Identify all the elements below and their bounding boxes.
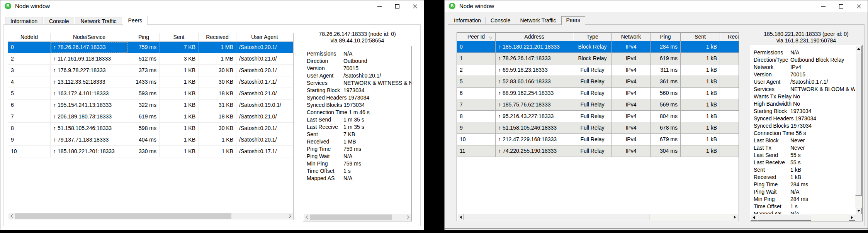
tab[interactable]: Network Traffic: [515, 17, 561, 24]
table-horizontal-scrollbar[interactable]: [457, 214, 738, 220]
peer-detail-via: via 161.8.231.190:60784: [750, 37, 863, 44]
detail-field-value: 284 ms: [790, 181, 808, 187]
detail-field-row: Min Ping759 ms: [307, 160, 411, 167]
maximize-button[interactable]: [832, 0, 850, 12]
minimize-button[interactable]: [814, 0, 832, 12]
peer-row[interactable]: 8 ↑ 95.216.43.227:18333 Full Relay IPv4 …: [457, 111, 739, 122]
tab[interactable]: Peers: [123, 16, 148, 25]
scroll-up-button[interactable]: [855, 46, 862, 52]
peer-row[interactable]: 3 ↑ 176.9.78.227:18333 373 ms 1 KB 30 KB…: [8, 65, 293, 76]
close-button[interactable]: [406, 0, 424, 12]
tab[interactable]: Peers: [561, 16, 586, 25]
detail-horizontal-scrollbar[interactable]: [751, 214, 855, 221]
cell-sent: 1 kB: [681, 41, 720, 53]
col-header-nodeid[interactable]: NodeId: [8, 33, 51, 42]
peer-row[interactable]: 1 ↑ 78.26.26.147:18333 Block Relay IPv4 …: [457, 53, 739, 64]
peer-row[interactable]: 10 ↑ 212.47.229.168:18333 Full Relay IPv…: [457, 134, 739, 145]
peer-row[interactable]: 0 ↑ 185.180.221.201:18333 Block Relay IP…: [457, 41, 739, 53]
col-header-node-service[interactable]: Node/Service: [51, 33, 128, 42]
scroll-left-button[interactable]: [304, 214, 310, 221]
scrollbar-thumb[interactable]: [310, 214, 392, 220]
detail-field-row: Direction/TypeOutbound Block Relay: [754, 56, 856, 64]
tab[interactable]: Information: [5, 17, 43, 25]
peer-row[interactable]: 6 ↑ 88.99.162.254:18333 Full Relay IPv4 …: [457, 88, 739, 99]
peer-row[interactable]: 4 ↑ 13.112.33.52:18333 1433 ms 1 KB 30 K…: [8, 76, 293, 88]
peer-row[interactable]: 5 ↑ 52.83.60.166:18333 Full Relay IPv4 3…: [457, 76, 739, 88]
scroll-left-button[interactable]: [457, 214, 464, 220]
cell-user-agent: /Satoshi:0.20.1/: [236, 123, 293, 134]
cell-sent: 1 KB: [160, 111, 199, 123]
peer-row[interactable]: 6 ↑ 195.154.241.13:18333 322 ms 1 KB 31 …: [8, 100, 293, 111]
col-header-ping[interactable]: Ping: [128, 33, 160, 42]
cell-address: ↑ 88.99.162.254:18333: [496, 88, 573, 99]
peer-row[interactable]: 9 ↑ 51.158.105.246:18333 Full Relay IPv4…: [457, 122, 739, 134]
detail-field-value: 55 s: [790, 159, 800, 165]
cell-user-agent: /Satoshi:0.20.1/: [236, 65, 293, 76]
tab[interactable]: Console: [486, 17, 515, 24]
peer-row[interactable]: 0 ↑ 78.26.26.147:18333 759 ms 7 KB 1 MB …: [8, 42, 293, 53]
tab[interactable]: Information: [449, 17, 486, 24]
peer-row[interactable]: 5 ↑ 163.172.4.101:18333 593 ms 1 KB 18 K…: [8, 88, 293, 100]
scrollbar-thumb[interactable]: [757, 214, 811, 221]
scrollbar-thumb[interactable]: [464, 214, 649, 220]
peer-row[interactable]: 2 ↑ 117.161.69.118:18333 512 ms 3 KB 1 M…: [8, 53, 293, 65]
detail-field-row: Ping WaitN/A: [307, 153, 411, 160]
detail-field-label: Direction/Type: [754, 56, 790, 64]
col-header-network[interactable]: Network: [612, 33, 651, 41]
detail-vertical-scrollbar[interactable]: [855, 46, 862, 214]
maximize-button[interactable]: [388, 0, 406, 12]
cell-peer-id: 7: [457, 99, 496, 111]
col-header-user-agent[interactable]: User Agent: [236, 33, 293, 42]
titlebar[interactable]: B Node window: [0, 0, 424, 12]
cell-peer-id: 6: [457, 88, 496, 99]
col-header-address[interactable]: Address: [496, 33, 573, 41]
detail-field-label: Synced Blocks: [754, 122, 791, 130]
scroll-left-button[interactable]: [8, 213, 15, 219]
close-button[interactable]: [850, 0, 868, 12]
col-header-ping[interactable]: Ping: [651, 33, 681, 41]
scrollbar-thumb[interactable]: [855, 52, 862, 196]
tab[interactable]: Network Traffic: [75, 17, 122, 25]
scroll-right-button[interactable]: [404, 214, 411, 221]
scroll-right-button[interactable]: [732, 214, 738, 220]
scroll-down-button[interactable]: [855, 208, 862, 214]
peer-row[interactable]: 11 ↑ 74.220.255.190:18333 Full Relay IPv…: [457, 145, 739, 157]
scroll-right-button[interactable]: [849, 214, 855, 221]
detail-field-value: 759 ms: [343, 146, 361, 152]
cell-address: ↑ 78.26.26.147:18333: [496, 53, 573, 64]
minimize-button[interactable]: [370, 0, 388, 12]
peer-row[interactable]: 8 ↑ 51.158.105.246:18333 598 ms 1 KB 30 …: [8, 123, 293, 134]
detail-field-row: Received1 MB: [307, 138, 411, 145]
detail-field-label: Sent: [307, 131, 343, 138]
minimize-icon: [377, 6, 382, 7]
peer-row[interactable]: 10 ↑ 185.180.221.201:18333 330 ms 1 KB 1…: [8, 146, 293, 157]
detail-field-row: Mapped ASN/A: [307, 175, 411, 182]
peer-row[interactable]: 7 ↑ 206.189.180.73:18333 619 ms 1 KB 18 …: [8, 111, 293, 123]
col-header-sent[interactable]: Sent: [681, 33, 720, 41]
peer-row[interactable]: 7 ↑ 185.75.76.62:18333 Full Relay IPv4 5…: [457, 99, 739, 111]
cell-sent: 1 kB: [681, 122, 720, 134]
tab[interactable]: Console: [44, 17, 74, 25]
col-header-type[interactable]: Type: [573, 33, 612, 41]
col-header-peer-id[interactable]: Peer Id▽: [457, 33, 496, 41]
col-header-sent[interactable]: Sent: [160, 33, 199, 42]
cell-sent: 1 KB: [160, 146, 199, 157]
detail-field-value: Outbound Block Relay: [790, 57, 844, 63]
detail-field-label: Min Ping: [307, 160, 343, 167]
scroll-right-button[interactable]: [286, 213, 293, 219]
detail-field-value: 55 s: [790, 152, 800, 158]
detail-field-value: 70015: [790, 71, 805, 78]
col-header-received[interactable]: Received: [199, 33, 236, 42]
titlebar[interactable]: B Node window: [445, 0, 868, 12]
detail-field-row: Sent7 KB: [307, 131, 411, 138]
scroll-left-button[interactable]: [751, 214, 757, 221]
detail-horizontal-scrollbar[interactable]: [304, 214, 411, 221]
peer-row[interactable]: 2 ↑ 69.59.18.23:18333 Full Relay IPv4 31…: [457, 64, 739, 76]
cell-received: [720, 53, 739, 64]
cell-received: 18 KB: [199, 88, 236, 100]
col-header-received[interactable]: Received: [720, 33, 739, 41]
peer-row[interactable]: 9 ↑ 79.137.71.183:18333 404 ms 1 KB 1 KB…: [8, 134, 293, 146]
sort-descending-icon: ▽: [489, 34, 492, 42]
table-horizontal-scrollbar[interactable]: [8, 213, 293, 219]
scrollbar-thumb[interactable]: [15, 213, 231, 219]
